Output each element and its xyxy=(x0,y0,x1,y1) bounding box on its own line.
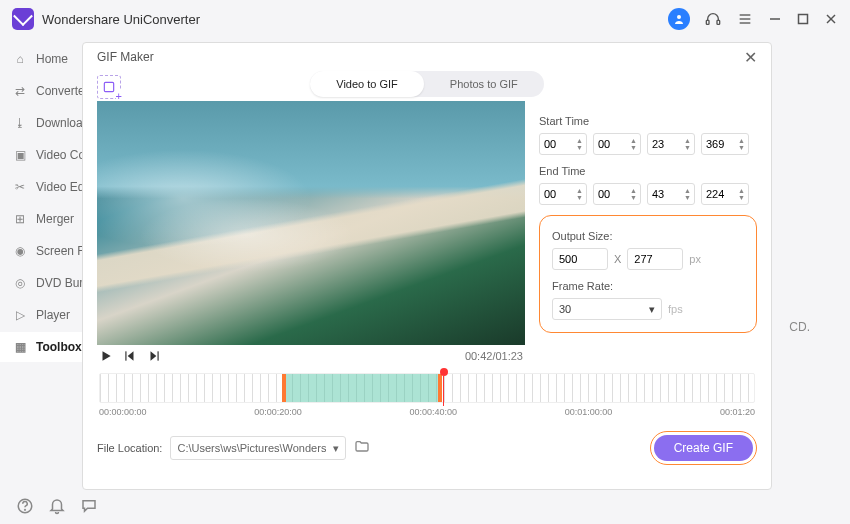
titlebar: Wondershare UniConverter xyxy=(0,0,850,38)
spinner-arrows[interactable]: ▲▼ xyxy=(630,137,637,151)
spinner-arrows[interactable]: ▲▼ xyxy=(684,137,691,151)
play-icon: ▷ xyxy=(12,307,28,323)
minimize-button[interactable] xyxy=(768,12,782,26)
spinner-arrows[interactable]: ▲▼ xyxy=(738,187,745,201)
statusbar xyxy=(0,488,114,524)
svg-rect-11 xyxy=(125,351,126,360)
spinner-arrows[interactable]: ▲▼ xyxy=(738,137,745,151)
compress-icon: ▣ xyxy=(12,147,28,163)
end-seconds-input[interactable] xyxy=(652,188,676,200)
close-button[interactable] xyxy=(824,12,838,26)
merge-icon: ⊞ xyxy=(12,211,28,227)
spinner-arrows[interactable]: ▲▼ xyxy=(576,187,583,201)
file-location-field[interactable]: C:\Users\ws\Pictures\Wonders▾ xyxy=(170,436,346,460)
timeline-selection[interactable] xyxy=(282,374,442,402)
sidebar-item-video-editor[interactable]: ✂Video Editor xyxy=(0,172,82,202)
mode-tabs: Video to GIF Photos to GIF xyxy=(310,71,543,97)
feedback-icon[interactable] xyxy=(80,497,98,515)
sidebar: ⌂Home ⇄Converter ⭳Downloader ▣Video Comp… xyxy=(0,38,82,488)
end-hours-input[interactable] xyxy=(544,188,568,200)
create-gif-highlight: Create GIF xyxy=(650,431,757,465)
svg-point-14 xyxy=(25,509,26,510)
download-icon: ⭳ xyxy=(12,115,28,131)
gif-maker-modal: GIF Maker ✕ Video to GIF Photos to GIF xyxy=(82,42,772,490)
start-ms-input[interactable] xyxy=(706,138,730,150)
timeline[interactable] xyxy=(99,373,755,403)
converter-icon: ⇄ xyxy=(12,83,28,99)
sidebar-item-merger[interactable]: ⊞Merger xyxy=(0,204,82,234)
fps-label: fps xyxy=(668,303,683,315)
record-icon: ◉ xyxy=(12,243,28,259)
user-avatar-icon[interactable] xyxy=(668,8,690,30)
end-ms-input[interactable] xyxy=(706,188,730,200)
sidebar-item-downloader[interactable]: ⭳Downloader xyxy=(0,108,82,138)
svg-point-0 xyxy=(677,15,681,19)
output-height-input[interactable] xyxy=(627,248,683,270)
prev-frame-button[interactable] xyxy=(123,349,137,363)
sidebar-item-toolbox[interactable]: ▦Toolbox xyxy=(0,332,82,362)
play-button[interactable] xyxy=(99,349,113,363)
home-icon: ⌂ xyxy=(12,51,28,67)
video-preview[interactable] xyxy=(97,101,525,345)
output-size-label: Output Size: xyxy=(552,230,744,242)
output-width-input[interactable] xyxy=(552,248,608,270)
open-folder-button[interactable] xyxy=(354,439,370,457)
svg-rect-7 xyxy=(799,15,808,24)
app-logo xyxy=(12,8,34,30)
create-gif-button[interactable]: Create GIF xyxy=(654,435,753,461)
frame-rate-select[interactable]: 30▾ xyxy=(552,298,662,320)
sidebar-item-video-compressor[interactable]: ▣Video Compressor xyxy=(0,140,82,170)
size-separator: X xyxy=(614,253,621,265)
start-time-label: Start Time xyxy=(539,115,757,127)
app-title: Wondershare UniConverter xyxy=(42,12,200,27)
sidebar-item-home[interactable]: ⌂Home xyxy=(0,44,82,74)
headset-icon[interactable] xyxy=(704,10,722,28)
toolbox-icon: ▦ xyxy=(12,339,28,355)
svg-rect-12 xyxy=(158,351,159,360)
spinner-arrows[interactable]: ▲▼ xyxy=(630,187,637,201)
px-label: px xyxy=(689,253,701,265)
output-settings-box: Output Size: X px Frame Rate: 30▾ fps xyxy=(539,215,757,333)
start-minutes-input[interactable] xyxy=(598,138,622,150)
modal-close-button[interactable]: ✕ xyxy=(744,48,757,67)
add-file-button[interactable] xyxy=(97,75,121,99)
help-icon[interactable] xyxy=(16,497,34,515)
disc-icon: ◎ xyxy=(12,275,28,291)
tab-photos-to-gif[interactable]: Photos to GIF xyxy=(424,71,544,97)
tab-video-to-gif[interactable]: Video to GIF xyxy=(310,71,424,97)
start-seconds-input[interactable] xyxy=(652,138,676,150)
sidebar-item-player[interactable]: ▷Player xyxy=(0,300,82,330)
chevron-down-icon: ▾ xyxy=(649,303,655,316)
modal-title: GIF Maker xyxy=(97,50,154,64)
bell-icon[interactable] xyxy=(48,497,66,515)
svg-rect-2 xyxy=(717,20,720,24)
menu-icon[interactable] xyxy=(736,10,754,28)
scissors-icon: ✂ xyxy=(12,179,28,195)
svg-rect-10 xyxy=(104,82,113,91)
sidebar-item-dvd-burner[interactable]: ◎DVD Burner xyxy=(0,268,82,298)
end-time-label: End Time xyxy=(539,165,757,177)
chevron-down-icon: ▾ xyxy=(333,442,339,455)
svg-rect-1 xyxy=(706,20,709,24)
sidebar-item-converter[interactable]: ⇄Converter xyxy=(0,76,82,106)
playhead[interactable] xyxy=(440,368,448,376)
sidebar-item-screen-recorder[interactable]: ◉Screen Recorder xyxy=(0,236,82,266)
spinner-arrows[interactable]: ▲▼ xyxy=(576,137,583,151)
timeline-labels: 00:00:00:00 00:00:20:00 00:00:40:00 00:0… xyxy=(99,407,755,417)
spinner-arrows[interactable]: ▲▼ xyxy=(684,187,691,201)
file-location-label: File Location: xyxy=(97,442,162,454)
end-minutes-input[interactable] xyxy=(598,188,622,200)
background-cd-text: CD. xyxy=(789,320,810,334)
start-hours-input[interactable] xyxy=(544,138,568,150)
maximize-button[interactable] xyxy=(796,12,810,26)
frame-rate-label: Frame Rate: xyxy=(552,280,744,292)
time-display: 00:42/01:23 xyxy=(465,350,523,362)
next-frame-button[interactable] xyxy=(147,349,161,363)
